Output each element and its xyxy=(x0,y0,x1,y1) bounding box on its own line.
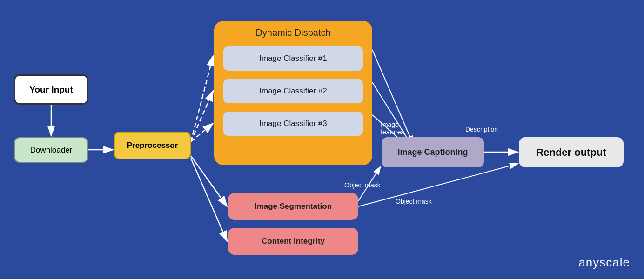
render-output-label: Render output xyxy=(536,146,606,159)
arrow-preprocessor-to-classifier2-dashed xyxy=(191,91,213,142)
object-mask-2-label: Object mask xyxy=(396,198,432,205)
downloader-label: Downloader xyxy=(30,146,73,155)
content-integrity-label: Content Integrity xyxy=(262,237,325,246)
downloader-node: Downloader xyxy=(14,137,88,163)
image-features-label: Image features xyxy=(381,121,404,136)
classifier-3-label: Image Classifier #3 xyxy=(259,119,327,128)
classifier-1-node: Image Classifier #1 xyxy=(223,46,363,71)
your-input-label: Your Input xyxy=(29,85,73,95)
preprocessor-label: Preprocessor xyxy=(127,141,178,150)
dynamic-dispatch-container: Dynamic Dispatch Image Classifier #1 Ima… xyxy=(214,21,372,165)
description-label: Description xyxy=(465,126,498,133)
arrow-preprocessor-to-classifier3-dashed xyxy=(191,123,213,142)
brand-label: anyscale xyxy=(578,255,630,270)
image-captioning-label: Image Captioning xyxy=(397,147,468,157)
image-captioning-node: Image Captioning xyxy=(382,137,484,167)
classifier-2-label: Image Classifier #2 xyxy=(259,86,327,96)
dynamic-dispatch-label: Dynamic Dispatch xyxy=(214,27,372,38)
object-mask-1-label: Object mask xyxy=(344,181,381,189)
your-input-node: Your Input xyxy=(14,74,88,105)
classifier-2-node: Image Classifier #2 xyxy=(223,79,363,103)
content-integrity-node: Content Integrity xyxy=(228,228,358,255)
render-output-node: Render output xyxy=(519,137,624,167)
diagram-container: Your Input Downloader Preprocessor Dynam… xyxy=(0,0,644,279)
image-segmentation-label: Image Segmentation xyxy=(255,202,332,211)
preprocessor-node: Preprocessor xyxy=(114,132,191,159)
arrow-segmentation-to-render xyxy=(358,164,518,206)
classifier-1-label: Image Classifier #1 xyxy=(259,54,327,63)
arrow-preprocessor-to-classifier1-dashed xyxy=(191,56,213,142)
image-segmentation-node: Image Segmentation xyxy=(228,193,358,220)
arrow-preprocessor-to-integrity xyxy=(191,158,227,241)
classifier-3-node: Image Classifier #3 xyxy=(223,112,363,136)
